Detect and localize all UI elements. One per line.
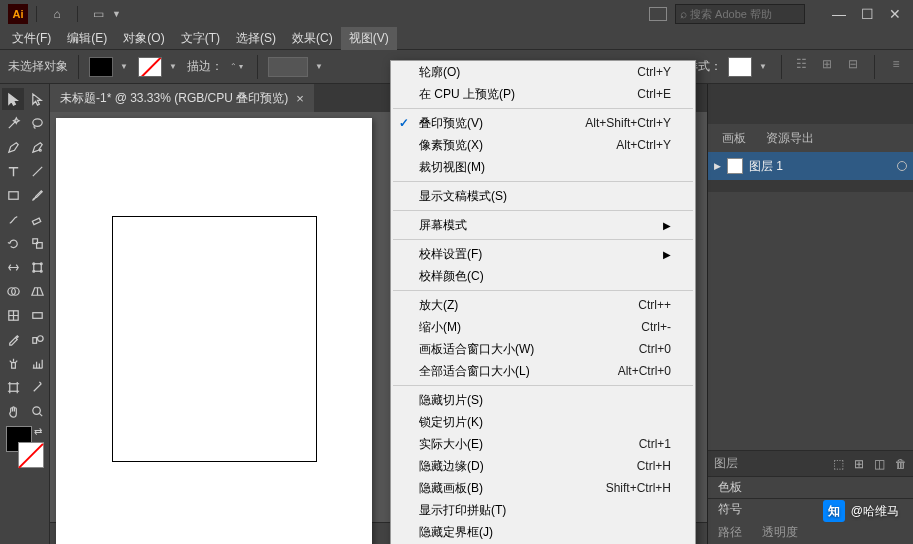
direct-select-tool[interactable]: [26, 88, 48, 110]
menu-item[interactable]: 像素预览(X)Alt+Ctrl+Y: [391, 134, 695, 156]
menu-item[interactable]: 隐藏边缘(D)Ctrl+H: [391, 455, 695, 477]
close-button[interactable]: ✕: [881, 3, 909, 25]
stroke-swatch[interactable]: [138, 57, 162, 77]
tab-stroke[interactable]: 路径: [708, 520, 752, 545]
menu-item[interactable]: 在 CPU 上预览(P)Ctrl+E: [391, 83, 695, 105]
document-tab-title: 未标题-1* @ 33.33% (RGB/CPU 叠印预览): [60, 90, 288, 107]
tab-artboards[interactable]: 画板: [712, 125, 756, 152]
menu-object[interactable]: 对象(O): [115, 27, 172, 50]
svg-point-1: [39, 149, 41, 151]
blend-tool[interactable]: [26, 328, 48, 350]
align-icons[interactable]: ☷⊞⊟ ≡: [792, 55, 905, 79]
menu-item[interactable]: 画板适合窗口大小(W)Ctrl+0: [391, 338, 695, 360]
curvature-tool[interactable]: [26, 136, 48, 158]
shape-builder-tool[interactable]: [2, 280, 24, 302]
delete-icon[interactable]: 🗑: [895, 457, 907, 471]
search-icon: ⌕: [680, 7, 687, 21]
locate-icon[interactable]: ⬚: [833, 457, 844, 471]
lasso-tool[interactable]: [26, 112, 48, 134]
free-transform-tool[interactable]: [26, 256, 48, 278]
menu-item[interactable]: 显示文稿模式(S): [391, 185, 695, 207]
menu-item[interactable]: 全部适合窗口大小(L)Alt+Ctrl+0: [391, 360, 695, 382]
menu-file[interactable]: 文件(F): [4, 27, 59, 50]
menu-item[interactable]: 放大(Z)Ctrl++: [391, 294, 695, 316]
graph-tool[interactable]: [26, 352, 48, 374]
tab-swatches[interactable]: 色板: [708, 476, 913, 498]
menu-item[interactable]: 隐藏定界框(J): [391, 521, 695, 543]
document-tab[interactable]: 未标题-1* @ 33.33% (RGB/CPU 叠印预览) ×: [50, 84, 314, 112]
menu-item[interactable]: 锁定切片(K): [391, 411, 695, 433]
menu-item[interactable]: 隐藏画板(B)Shift+Ctrl+H: [391, 477, 695, 499]
minimize-button[interactable]: —: [825, 3, 853, 25]
tab-transparency[interactable]: 透明度: [752, 520, 808, 545]
layers-footer: 图层 ⬚ ⊞ ◫ 🗑: [708, 450, 913, 476]
pen-tool[interactable]: [2, 136, 24, 158]
rotate-tool[interactable]: [2, 232, 24, 254]
maximize-button[interactable]: ☐: [853, 3, 881, 25]
swap-fill-stroke-icon[interactable]: ⇄: [34, 426, 42, 437]
layer-name[interactable]: 图层 1: [749, 158, 783, 175]
eraser-tool[interactable]: [26, 208, 48, 230]
magic-wand-tool[interactable]: [2, 112, 24, 134]
brush-tool[interactable]: [26, 184, 48, 206]
menu-item[interactable]: 校样颜色(C): [391, 265, 695, 287]
perspective-tool[interactable]: [26, 280, 48, 302]
menu-select[interactable]: 选择(S): [228, 27, 284, 50]
symbol-sprayer-tool[interactable]: [2, 352, 24, 374]
new-sublayer-icon[interactable]: ⊞: [854, 457, 864, 471]
shaper-tool[interactable]: [2, 208, 24, 230]
menu-item[interactable]: ✓叠印预览(V)Alt+Shift+Ctrl+Y: [391, 112, 695, 134]
mesh-tool[interactable]: [2, 304, 24, 326]
menu-item[interactable]: 校样设置(F)▶: [391, 243, 695, 265]
zoom-tool[interactable]: [26, 400, 48, 422]
scale-tool[interactable]: [26, 232, 48, 254]
tab-asset-export[interactable]: 资源导出: [756, 125, 824, 152]
svg-rect-18: [9, 383, 17, 391]
search-input[interactable]: [690, 8, 800, 20]
menu-item[interactable]: 显示打印拼贴(T): [391, 499, 695, 521]
eyedropper-tool[interactable]: [2, 328, 24, 350]
menu-item[interactable]: 实际大小(E)Ctrl+1: [391, 433, 695, 455]
svg-rect-17: [11, 362, 15, 368]
layer-thumbnail: [727, 158, 743, 174]
home-icon[interactable]: ⌂: [47, 4, 67, 24]
line-tool[interactable]: [26, 160, 48, 182]
gradient-tool[interactable]: [26, 304, 48, 326]
menu-type[interactable]: 文字(T): [173, 27, 228, 50]
graphic-style-swatch[interactable]: [728, 57, 752, 77]
arrange-docs-icon[interactable]: [649, 7, 667, 21]
menu-item[interactable]: 裁切视图(M): [391, 156, 695, 178]
doc-layout-icon[interactable]: ▭: [88, 4, 108, 24]
right-panels: 画板 资源导出 ▶ 图层 1 图层 ⬚ ⊞ ◫ 🗑 色板 符号 路径 透明度: [707, 84, 913, 544]
stroke-weight-dd[interactable]: ⌃ ▾: [230, 62, 243, 71]
close-icon[interactable]: ×: [296, 91, 304, 106]
toolbox: ⇄: [0, 84, 50, 544]
layer-row[interactable]: ▶ 图层 1: [708, 152, 913, 180]
selection-tool[interactable]: [2, 88, 24, 110]
width-tool[interactable]: [2, 256, 24, 278]
type-tool[interactable]: [2, 160, 24, 182]
brush-style[interactable]: [268, 57, 308, 77]
rectangle-tool[interactable]: [2, 184, 24, 206]
hand-tool[interactable]: [2, 400, 24, 422]
slice-tool[interactable]: [26, 376, 48, 398]
stroke-color[interactable]: [18, 442, 44, 468]
menu-effect[interactable]: 效果(C): [284, 27, 341, 50]
artboard-tool[interactable]: [2, 376, 24, 398]
help-search[interactable]: ⌕: [675, 4, 805, 24]
artboard: [56, 118, 372, 544]
menu-view[interactable]: 视图(V): [341, 27, 397, 50]
menu-edit[interactable]: 编辑(E): [59, 27, 115, 50]
rectangle-shape[interactable]: [112, 216, 317, 462]
layer-target-icon[interactable]: [897, 161, 907, 171]
fill-swatch[interactable]: [89, 57, 113, 77]
menu-item[interactable]: 轮廓(O)Ctrl+Y: [391, 61, 695, 83]
titlebar: Ai ⌂ ▭▼ ⌕ — ☐ ✕: [0, 0, 913, 28]
menu-item[interactable]: 缩小(M)Ctrl+-: [391, 316, 695, 338]
menu-item[interactable]: 隐藏切片(S): [391, 389, 695, 411]
fill-stroke-indicator[interactable]: ⇄: [2, 426, 48, 468]
layers-label: 图层: [714, 455, 738, 472]
menu-item[interactable]: 屏幕模式▶: [391, 214, 695, 236]
new-layer-icon[interactable]: ◫: [874, 457, 885, 471]
chevron-right-icon[interactable]: ▶: [714, 161, 721, 171]
